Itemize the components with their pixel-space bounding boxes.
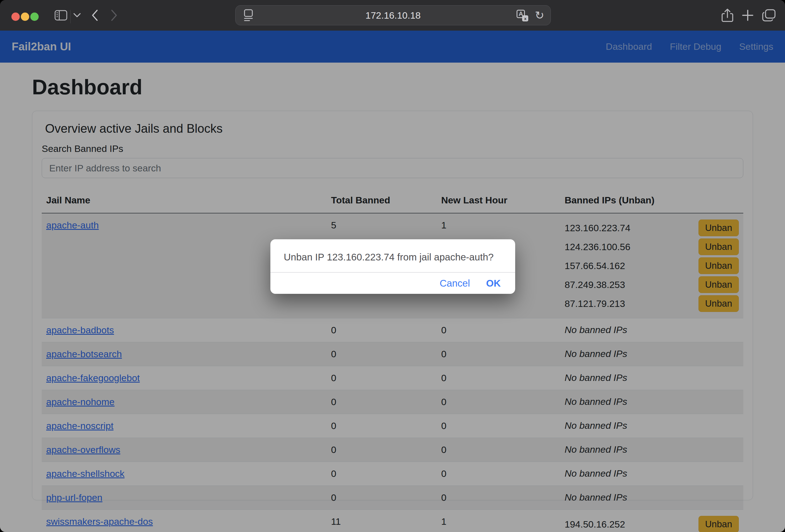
- close-window-button[interactable]: [11, 12, 20, 21]
- share-icon[interactable]: [721, 0, 734, 31]
- forward-icon[interactable]: [110, 0, 119, 31]
- confirm-dialog: Unban IP 123.160.223.74 from jail apache…: [270, 239, 515, 294]
- address-bar[interactable]: 172.16.10.18 A x ↺: [235, 5, 551, 25]
- ok-button[interactable]: OK: [486, 278, 501, 289]
- minimize-window-button[interactable]: [21, 12, 29, 21]
- sidebar-icon[interactable]: [54, 0, 67, 31]
- chevron-down-icon[interactable]: [73, 0, 81, 31]
- zoom-window-button[interactable]: [30, 12, 39, 21]
- cancel-button[interactable]: Cancel: [440, 278, 470, 289]
- browser-toolbar: 172.16.10.18 A x ↺: [0, 0, 785, 31]
- toolbar-divider: [70, 10, 71, 23]
- dialog-message: Unban IP 123.160.223.74 from jail apache…: [270, 239, 515, 263]
- url-text: 172.16.10.18: [236, 10, 551, 21]
- reload-icon[interactable]: ↺: [535, 10, 545, 21]
- translate-icon[interactable]: A x: [516, 10, 528, 21]
- browser-window: 172.16.10.18 A x ↺ Fail2ban UI Dashboard: [0, 0, 785, 532]
- tabs-icon[interactable]: [762, 0, 776, 31]
- new-tab-icon[interactable]: [742, 0, 754, 31]
- back-icon[interactable]: [91, 0, 99, 31]
